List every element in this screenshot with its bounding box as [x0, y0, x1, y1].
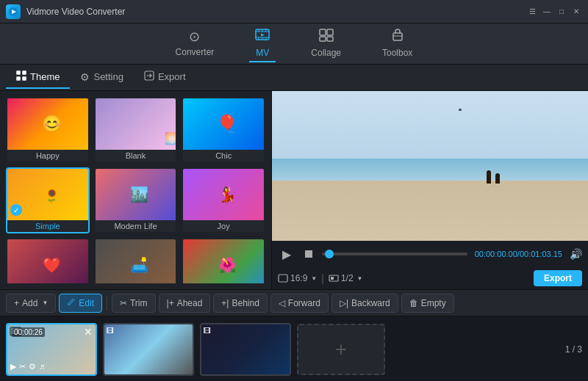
tab-setting[interactable]: ⚙ Setting	[70, 67, 133, 89]
minimize-button[interactable]: —	[541, 6, 553, 18]
play-button[interactable]: ▶	[278, 245, 295, 263]
toolbox-icon	[390, 29, 405, 46]
tab-theme-label: Theme	[30, 71, 60, 82]
time-display: 00:00:00.00/00:01:03.15	[475, 250, 562, 258]
preview-area: ▶ ⏹ 00:00:00.00/00:01:03.15 🔊 16:9 ▼ |	[272, 91, 588, 289]
svg-marker-11	[261, 33, 265, 36]
video-meta-row: 16:9 ▼ | 1/2 ▼ Export	[272, 267, 588, 289]
toolbar-separator-1	[107, 296, 107, 311]
ahead-button[interactable]: |+ Ahead	[159, 294, 211, 313]
edit-button[interactable]: Edit	[59, 294, 102, 313]
selected-check-icon: ✓	[10, 204, 22, 216]
nav-collage[interactable]: Collage	[305, 26, 347, 62]
quality-button[interactable]: 1/2 ▼	[329, 273, 363, 283]
export-button[interactable]: Export	[534, 270, 582, 286]
svg-rect-12	[320, 29, 326, 35]
theme-joy[interactable]: 💃 Joy	[182, 167, 265, 233]
empty-button[interactable]: 🗑 Empty	[401, 294, 454, 313]
nav-toolbox-label: Toolbox	[382, 48, 412, 58]
backward-button[interactable]: ▷| Backward	[331, 294, 398, 313]
theme-grid: 😊 Happy 🌅 Blank 🎈 Chic	[6, 97, 265, 283]
theme-chic[interactable]: 🎈 Chic	[182, 97, 265, 163]
maximize-button[interactable]: □	[556, 6, 567, 18]
theme-grid-icon	[16, 70, 26, 83]
forward-icon: ◁	[279, 298, 285, 308]
aspect-dropdown-icon: ▼	[311, 275, 317, 282]
clip-3-thumb	[201, 324, 290, 374]
clip-settings-icon[interactable]: ⚙	[29, 362, 36, 371]
trim-button[interactable]: ✂ Trim	[112, 294, 156, 313]
clip-2-film-icon: 🎞	[107, 327, 114, 335]
theme-simple[interactable]: ✓ 🌻 Simple	[6, 167, 90, 233]
aspect-ratio-button[interactable]: 16:9 ▼	[278, 273, 317, 283]
clip-1-remove[interactable]: ✕	[84, 326, 93, 338]
timeline-clip-3[interactable]: 🎞	[200, 323, 291, 376]
converter-icon: ⊙	[189, 29, 200, 45]
tab-theme[interactable]: Theme	[6, 66, 70, 89]
aspect-ratio-icon	[278, 273, 288, 283]
add-button[interactable]: + Add ▼	[6, 294, 56, 313]
window-controls: ☰ — □ ✕	[526, 6, 582, 18]
theme-blank-label: Blank	[96, 150, 176, 162]
behind-button[interactable]: +| Behind	[213, 294, 268, 313]
beach-figures	[487, 170, 500, 184]
theme-leisure[interactable]: 🌺 Leisure	[182, 238, 265, 283]
theme-fashion[interactable]: 🛋️ Fashion	[94, 238, 178, 283]
svg-rect-25	[331, 277, 334, 280]
tab-setting-label: Setting	[93, 71, 123, 82]
backward-icon: ▷|	[340, 298, 348, 308]
page-indicator: 1 / 3	[565, 344, 582, 355]
close-button[interactable]: ✕	[570, 6, 582, 18]
theme-modern[interactable]: 🏙️ Modern Life	[94, 167, 178, 233]
timeline-clip-1[interactable]: 🎞 00:00:26 ✕ ▶ ✂ ⚙ ♬	[6, 323, 97, 376]
svg-rect-19	[23, 71, 26, 75]
theme-romantic[interactable]: ❤️ Romantic	[6, 238, 90, 283]
app-logo	[6, 4, 21, 19]
svg-rect-23	[279, 275, 287, 282]
clip-audio-icon[interactable]: ♬	[39, 362, 45, 371]
quality-label: 1/2	[341, 273, 354, 283]
svg-rect-14	[320, 37, 326, 41]
stop-button[interactable]: ⏹	[300, 245, 318, 263]
aspect-ratio-label: 16:9	[290, 273, 307, 283]
theme-scroll[interactable]: 😊 Happy 🌅 Blank 🎈 Chic	[6, 97, 265, 283]
empty-trash-icon: 🗑	[409, 298, 418, 308]
progress-bar[interactable]	[322, 253, 467, 255]
clip-3-film-icon: 🎞	[204, 327, 211, 335]
main-content: 😊 Happy 🌅 Blank 🎈 Chic	[0, 91, 588, 289]
clip-play-icon[interactable]: ▶	[10, 362, 16, 371]
svg-rect-13	[327, 29, 333, 35]
behind-icon: +|	[221, 298, 229, 308]
theme-simple-label: Simple	[7, 220, 88, 232]
figure-2	[495, 173, 500, 184]
theme-modern-label: Modern Life	[96, 220, 176, 232]
nav-collage-label: Collage	[311, 48, 341, 58]
nav-bar: ⊙ Converter MV	[0, 23, 588, 65]
timeline-clip-2[interactable]: 🎞	[103, 323, 194, 376]
clip-1-controls: ▶ ✂ ⚙ ♬	[10, 362, 45, 371]
title-bar: Vidmore Video Converter ☰ — □ ✕	[0, 0, 588, 23]
sub-toolbar: Theme ⚙ Setting Export	[0, 65, 588, 91]
clip-1-time: 00:00:26	[12, 327, 45, 337]
video-preview	[272, 91, 588, 241]
tab-export[interactable]: Export	[134, 66, 196, 89]
theme-happy[interactable]: 😊 Happy	[6, 97, 90, 163]
nav-mv[interactable]: MV	[249, 26, 276, 62]
ahead-icon: |+	[167, 298, 174, 308]
forward-button[interactable]: ◁ Forward	[270, 294, 329, 313]
add-clip-button[interactable]: +	[297, 324, 385, 375]
theme-panel: 😊 Happy 🌅 Blank 🎈 Chic	[0, 91, 272, 289]
theme-blank[interactable]: 🌅 Blank	[94, 97, 178, 163]
video-controls: ▶ ⏹ 00:00:00.00/00:01:03.15 🔊	[272, 241, 588, 267]
nav-converter[interactable]: ⊙ Converter	[170, 26, 220, 62]
quality-dropdown-icon: ▼	[357, 275, 363, 282]
edit-icon	[67, 297, 76, 308]
clip-cut-icon[interactable]: ✂	[19, 362, 26, 371]
nav-toolbox[interactable]: Toolbox	[376, 26, 418, 62]
volume-icon[interactable]: 🔊	[570, 248, 582, 260]
nav-converter-label: Converter	[176, 47, 215, 57]
svg-rect-20	[17, 77, 21, 81]
beach-water	[272, 159, 588, 181]
quality-icon	[329, 273, 339, 283]
menu-button[interactable]: ☰	[526, 6, 538, 18]
